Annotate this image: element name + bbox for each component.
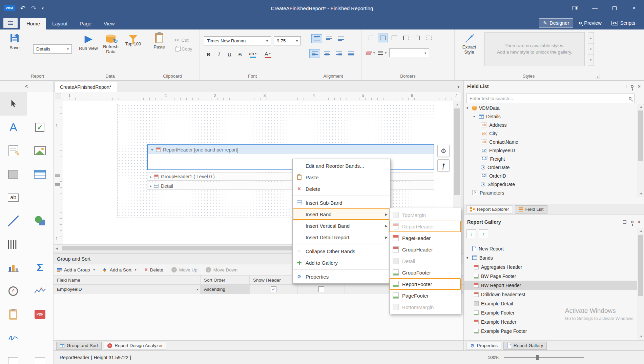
tool-shape[interactable] <box>27 209 54 232</box>
tab-layout[interactable]: Layout <box>46 18 74 29</box>
gallery-item-aggregates-header[interactable]: Aggregates Header <box>464 262 637 271</box>
tool-panel[interactable] <box>0 162 27 186</box>
font-family-select[interactable]: Times New Roman ▾ <box>204 36 271 45</box>
menu-item-insert-vertical-band[interactable]: Insert Vertical Band ▶ <box>293 220 390 231</box>
float-panel-icon[interactable] <box>623 85 626 88</box>
tool-table-of-contents[interactable] <box>0 303 27 326</box>
scroll-down-icon[interactable]: ▼ <box>640 192 643 196</box>
tab-report-explorer[interactable]: Report Explorer <box>466 205 513 214</box>
top-100-button[interactable]: Top 100 <box>122 33 144 47</box>
extract-style-button[interactable]: Extract Style <box>458 33 480 55</box>
menu-item-insert-band[interactable]: Insert Band ▶ <box>293 208 390 220</box>
tab-view[interactable]: View <box>98 18 121 29</box>
submenu-item-reportfooter[interactable]: ReportFooter <box>390 278 461 290</box>
align-middle-button[interactable] <box>324 34 334 43</box>
report-header-caption[interactable]: ▼ ReportHeader [one band per report] <box>148 145 434 154</box>
menu-item-insert-sub-band[interactable]: Insert Sub-Band <box>293 197 390 208</box>
strikethrough-button[interactable]: S <box>235 50 245 59</box>
tool-character-comb[interactable]: ab <box>0 186 27 209</box>
submenu-item-reportheader[interactable]: ReportHeader <box>390 221 461 232</box>
tool-extra-2[interactable] <box>27 349 54 364</box>
band-expression-button[interactable]: f <box>437 159 450 171</box>
report-level-select[interactable]: Details ▾ <box>33 44 72 54</box>
maximize-button[interactable] <box>605 0 624 16</box>
paste-button[interactable]: Paste <box>148 33 170 50</box>
submenu-item-groupheader[interactable]: GroupHeader <box>390 244 461 255</box>
font-size-select[interactable]: 9.75 ▾ <box>274 36 301 45</box>
gallery-item-example-detail[interactable]: Example Detail <box>464 299 637 308</box>
font-color-button[interactable]: A▾ <box>261 50 274 59</box>
search-icon[interactable] <box>629 97 631 100</box>
tool-rich-text[interactable] <box>0 139 27 162</box>
tool-label[interactable]: A <box>0 116 27 139</box>
scroll-thumb[interactable] <box>638 235 643 296</box>
gallery-scroll-down-icon[interactable]: ▾ <box>588 44 594 55</box>
gallery-node-bands[interactable]: ▾Bands <box>464 253 637 262</box>
mode-preview[interactable]: Preview <box>575 18 606 28</box>
tab-list-dropdown-icon[interactable]: ▾ <box>457 85 459 89</box>
gallery-item-example-header[interactable]: Example Header <box>464 317 637 326</box>
mode-scripts[interactable]: <> Scripts <box>607 18 639 28</box>
tool-signature[interactable] <box>0 326 27 349</box>
tool-line[interactable] <box>0 209 27 232</box>
field-list-search-input[interactable] <box>470 96 629 101</box>
tree-item-vdmdata[interactable]: ▾ VDMData <box>464 104 637 112</box>
report-header-band-body[interactable] <box>148 154 434 169</box>
menu-item-collapse-other-bands[interactable]: ≡ Collapse Other Bands <box>293 245 390 257</box>
gallery-item-new-report[interactable]: New Report <box>464 244 637 253</box>
save-button[interactable]: Save <box>3 33 26 50</box>
tree-item-orderdate[interactable]: OrderDate <box>464 163 637 171</box>
gallery-item-example-footer[interactable]: Example Footer <box>464 308 637 317</box>
tool-sparkline[interactable] <box>27 279 54 303</box>
gallery-item-example-page-footer[interactable]: Example Page Footer <box>464 326 637 336</box>
report-gallery-scrollbar[interactable]: ▲ ▼ <box>637 228 644 340</box>
band-group-header[interactable]: ▸ GroupHeader1 ( Level 0 ) <box>147 173 434 181</box>
bold-button[interactable]: B <box>204 50 213 59</box>
field-list-scrollbar[interactable]: ▲ ▼ <box>637 104 644 197</box>
submenu-item-detail[interactable]: Detail <box>390 255 461 267</box>
align-left-button[interactable] <box>309 49 320 58</box>
tree-item-parameters[interactable]: ?Parameters <box>464 188 637 197</box>
tool-picture-box[interactable] <box>27 139 54 162</box>
tree-item-orderid[interactable]: 12OrderID <box>464 171 637 180</box>
pin-icon[interactable] <box>631 221 633 223</box>
minimize-button[interactable]: — <box>585 0 605 16</box>
gallery-item-drilldown-headertest[interactable]: Drilldown headerTest <box>464 290 637 299</box>
undo-icon[interactable]: ↶ <box>20 4 26 12</box>
collapse-icon[interactable]: ▾ <box>466 106 470 110</box>
band-report-header[interactable]: ▼ ReportHeader [one band per report] <box>147 144 434 170</box>
tab-page[interactable]: Page <box>74 18 98 29</box>
tab-report-design-analyzer[interactable]: × Report Design Analyzer <box>104 342 166 350</box>
tree-item-employeeid[interactable]: 12EmployeeID <box>464 146 637 155</box>
submenu-item-bottommargin[interactable]: BottomMargin <box>390 301 461 313</box>
align-center-button[interactable] <box>321 49 332 58</box>
move-up-button[interactable]: ↑ Move Up <box>171 267 198 272</box>
tool-chart[interactable] <box>0 256 27 279</box>
toolbox-collapse-button[interactable]: < <box>0 81 53 92</box>
tree-item-contactname[interactable]: abContactName <box>464 138 637 146</box>
delete-group-button[interactable]: × Delete <box>144 267 163 273</box>
float-panel-icon[interactable] <box>623 220 626 224</box>
close-panel-icon[interactable]: × <box>638 84 641 89</box>
collapse-icon[interactable]: ▾ <box>473 115 477 118</box>
mode-designer[interactable]: ✎ Designer <box>539 18 573 28</box>
zoom-slider-thumb[interactable] <box>536 355 539 360</box>
submenu-item-pagefooter[interactable]: PageFooter <box>390 290 461 301</box>
menu-item-add-to-gallery[interactable]: Add to Gallery <box>293 257 390 268</box>
zoom-slider[interactable] <box>504 357 584 358</box>
tab-report-gallery[interactable]: Report Gallery <box>503 342 547 350</box>
tool-pointer[interactable] <box>0 92 27 116</box>
align-justify-button[interactable] <box>346 49 357 58</box>
tree-item-freight[interactable]: 1,2Freight <box>464 155 637 163</box>
tool-checkbox[interactable]: ✓ <box>27 116 54 139</box>
tree-item-city[interactable]: abCity <box>464 129 637 138</box>
align-bottom-button[interactable] <box>336 34 347 43</box>
tool-table[interactable] <box>27 162 54 186</box>
gallery-scroll-up-icon[interactable]: ▴ <box>588 33 594 44</box>
add-sort-button[interactable]: Add a Sort ▾ <box>103 267 136 272</box>
export-template-button[interactable]: ↑ <box>479 229 488 238</box>
menu-item-edit-reorder-bands[interactable]: Edit and Reorder Bands... <box>293 160 390 171</box>
gallery-item-bw-report-header[interactable]: BW Report Header <box>464 281 637 290</box>
vertical-scroll-thumb[interactable] <box>454 108 460 195</box>
move-down-button[interactable]: ↓ Move Down <box>206 267 237 272</box>
